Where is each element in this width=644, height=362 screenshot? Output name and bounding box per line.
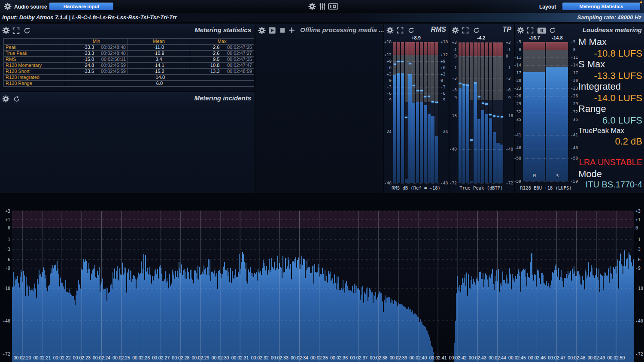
gear-icon[interactable] xyxy=(386,27,394,34)
table-row: R128 Short-33.500:02:45:59-15.2-13.300:0… xyxy=(4,69,254,75)
timeline-label: 00:02:29 xyxy=(191,355,209,360)
col-mean: Mean xyxy=(128,39,190,45)
stat-mean: 3.4 xyxy=(128,57,190,63)
scale-tick-label: -1 xyxy=(5,237,10,242)
timeline-label: 00:02:30 xyxy=(212,355,229,360)
scale-tick-label: -41 xyxy=(512,133,521,137)
stat-max-time: 00:02:47:35 xyxy=(219,57,252,62)
scale-tick-label: +3 xyxy=(635,209,641,214)
meter-gridline xyxy=(523,158,569,159)
gear-icon[interactable] xyxy=(2,27,10,34)
stat-max: -2.6 xyxy=(192,45,219,50)
scale-tick-label: -5 xyxy=(512,40,521,44)
timeline-label: 00:02:49 xyxy=(587,355,605,360)
peak-hold-marker xyxy=(424,96,426,97)
meter-gridline xyxy=(459,149,504,150)
io-icon[interactable] xyxy=(328,3,338,10)
meter-bar xyxy=(474,84,477,183)
meter-bar xyxy=(397,73,400,183)
scale-tick-label: -18 xyxy=(3,286,10,291)
scale-tick-label: 0 xyxy=(635,226,638,230)
play-icon[interactable] xyxy=(269,27,276,34)
gear-icon[interactable] xyxy=(2,95,9,103)
tp-meter-panel: TP +3+3+1+100-1-1-3-3-6-6-9-9-18-18-40-4… xyxy=(450,24,514,193)
scale-tick-label: -1 xyxy=(635,237,641,242)
meter-bar xyxy=(393,75,396,183)
gear-icon[interactable] xyxy=(258,27,266,34)
meter-zone xyxy=(424,55,427,102)
fullscreen-icon[interactable] xyxy=(397,27,404,34)
stat-max-time: 00:02:47:47 xyxy=(219,63,252,68)
meter-bar xyxy=(459,88,462,184)
plus-icon[interactable] xyxy=(288,27,295,34)
meter-zone xyxy=(428,55,431,102)
scale-tick-label: 0 xyxy=(447,54,457,58)
fullscreen-icon[interactable] xyxy=(12,27,20,34)
scale-tick-label: -35 xyxy=(512,118,521,122)
meter-gridline xyxy=(459,50,504,50)
meter-gridline xyxy=(523,148,569,148)
fullscreen-icon[interactable] xyxy=(462,27,469,34)
layout-label[interactable]: Layout xyxy=(539,4,556,10)
metering-statistics-button[interactable]: Metering Statistics xyxy=(562,3,640,10)
scale-tick-label: -40 xyxy=(447,147,457,151)
refresh-icon[interactable] xyxy=(13,96,20,102)
refresh-icon[interactable] xyxy=(24,27,30,34)
panel-title: RMS xyxy=(431,26,446,33)
gear-icon[interactable] xyxy=(4,3,12,10)
meter-bar xyxy=(546,67,568,181)
stat-max-time: 00:02:47:27 xyxy=(219,51,252,56)
peak-hold-marker xyxy=(466,84,469,86)
scale-tick-label: -6 xyxy=(635,257,641,262)
refresh-icon[interactable] xyxy=(408,27,414,33)
timeline-label: 00:02:20 xyxy=(14,355,31,360)
meter-bar xyxy=(416,102,419,183)
meter-gridline xyxy=(523,181,569,182)
scale-tick-label: -18 xyxy=(447,114,457,118)
panel-title: Metering statistics xyxy=(194,26,251,33)
scale-tick-label: -23 xyxy=(512,86,521,90)
meter-zone xyxy=(405,55,408,102)
scale-tick-label: -40 xyxy=(3,319,10,323)
scale-tick-label: -72 xyxy=(3,352,10,356)
app-window: Audio source Hardware input Layout Meter… xyxy=(0,0,644,362)
panel-title: TP xyxy=(503,26,511,33)
scale-tick-label: -20 xyxy=(571,78,582,83)
hardware-input-button[interactable]: Hardware input xyxy=(49,3,113,10)
meter-gridline xyxy=(393,68,439,68)
stat-max: -13.3 xyxy=(192,69,219,74)
meter-bar xyxy=(462,85,465,183)
timeline-label: 00:02:45 xyxy=(508,355,526,360)
stat-max: -2.6 xyxy=(192,51,219,56)
meter-zone xyxy=(489,42,492,56)
true-peak-history-graph[interactable]: +3+3+1+100-1-1-3-3-6-6-9-9-18-18-40-40-7… xyxy=(0,194,644,362)
refresh-icon[interactable] xyxy=(473,27,480,33)
timeline-label: 00:02:35 xyxy=(310,355,328,360)
gear-icon[interactable] xyxy=(452,27,459,34)
meter-gridline xyxy=(393,81,439,81)
peak-hold-marker xyxy=(470,139,473,141)
meter-zone xyxy=(546,42,568,50)
sliders-icon[interactable] xyxy=(319,3,326,10)
meter-bar xyxy=(428,114,431,183)
loudness-readout-label: Integrated xyxy=(578,81,621,92)
timeline-label: 00:02:26 xyxy=(132,355,150,360)
timeline-label: 00:02:44 xyxy=(489,355,506,360)
meter-bar xyxy=(405,179,408,183)
meter-bar xyxy=(420,102,423,183)
gear-icon[interactable] xyxy=(308,3,316,10)
meter-gridline xyxy=(459,116,504,116)
meter-bar xyxy=(424,105,427,183)
scale-tick-label: -3 xyxy=(635,247,641,252)
meter-column-label: M xyxy=(530,174,539,178)
peak-hold-marker xyxy=(478,96,480,97)
stat-min: -33.5 xyxy=(67,69,94,74)
timeline-label: 00:02:40 xyxy=(410,355,427,360)
loudness-readout-value: 0.2 dB xyxy=(578,136,642,147)
lra-warning-label: LRA UNSTABLE xyxy=(578,157,642,167)
scale-tick-label: -50 xyxy=(512,156,521,160)
meter-gridline xyxy=(523,50,569,50)
meter-zone xyxy=(397,42,400,55)
stop-icon[interactable] xyxy=(279,27,286,34)
scale-tick-label: +12 xyxy=(382,53,392,57)
